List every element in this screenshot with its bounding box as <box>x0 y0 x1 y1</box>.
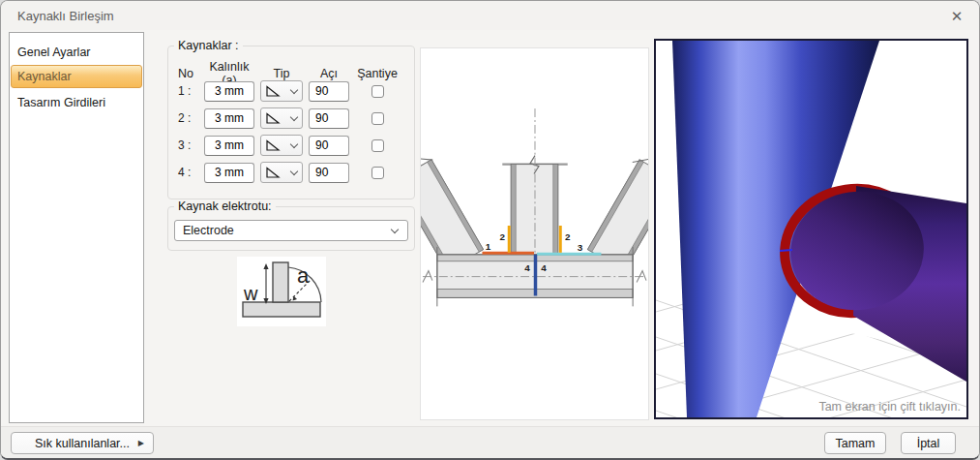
sidebar-item-kaynaklar[interactable]: Kaynaklar <box>11 65 142 88</box>
fillet-weld-icon <box>264 112 281 125</box>
angle-input-3[interactable] <box>309 136 349 156</box>
weld-row-2: 2 : <box>168 105 414 132</box>
chevron-down-icon <box>290 85 298 93</box>
row-label: 3 : <box>176 138 199 152</box>
welds-group-title: Kaynaklar : <box>174 39 243 52</box>
electrode-group: Kaynak elektrotu: Electrode <box>167 206 415 251</box>
row-label: 1 : <box>176 84 199 98</box>
welds-table-header: No Kalınlık (a) Tip Açı Şantiye <box>168 60 414 77</box>
sidebar-item-tasarim-girdileri[interactable]: Tasarım Girdileri <box>11 90 142 113</box>
chevron-down-icon <box>391 225 399 232</box>
fillet-weld-icon <box>264 139 281 152</box>
weld-type-dropdown-3[interactable] <box>260 135 303 156</box>
site-checkbox-2[interactable] <box>371 112 384 125</box>
w-label: w <box>243 283 258 304</box>
close-icon: ✕ <box>951 8 964 25</box>
fullscreen-hint: Tam ekran için çift tıklayın. <box>818 400 961 414</box>
welds-group: Kaynaklar : No Kalınlık (a) Tip Açı Şant… <box>167 46 415 199</box>
close-button[interactable]: ✕ <box>942 5 971 27</box>
electrode-combobox[interactable]: Electrode <box>174 220 408 241</box>
flyout-arrow-icon: ▶ <box>138 439 144 447</box>
chevron-down-icon <box>290 167 298 174</box>
weld-row-3: 3 : <box>168 132 414 159</box>
weld-label-4-left: 4 <box>524 262 530 273</box>
electrode-value: Electrode <box>183 224 234 237</box>
weld-label-3: 3 <box>578 242 583 253</box>
weld-type-dropdown-2[interactable] <box>260 107 303 129</box>
footer-bar: Sık kullanılanlar... ▶ Tamam İptal <box>1 426 979 458</box>
title-bar: Kaynaklı Birleşim ✕ <box>1 1 979 30</box>
angle-input-1[interactable] <box>309 81 349 102</box>
axis-marker <box>780 250 792 251</box>
settings-nav-sidebar: Genel Ayarlar Kaynaklar Tasarım Girdiler… <box>9 32 144 423</box>
column-no: No <box>176 67 199 80</box>
chevron-down-icon <box>290 139 298 147</box>
thickness-input-1[interactable] <box>204 81 254 102</box>
dialog-window: Kaynaklı Birleşim ✕ Genel Ayarlar Kaynak… <box>0 0 980 460</box>
cancel-button[interactable]: İptal <box>901 432 956 454</box>
angle-input-2[interactable] <box>309 108 349 129</box>
weld-type-dropdown-1[interactable] <box>260 80 303 102</box>
electrode-group-title: Kaynak elektrotu: <box>174 199 276 213</box>
fillet-weld-icon <box>264 167 281 179</box>
row-label: 4 : <box>176 166 199 179</box>
column-site: Şantiye <box>354 67 401 80</box>
row-label: 2 : <box>176 111 199 125</box>
connection-diagram: 1 2 2 3 4 4 <box>421 48 648 419</box>
weld-type-dropdown-4[interactable] <box>260 162 303 183</box>
a-label: a <box>297 263 310 288</box>
sidebar-item-genel-ayarlar[interactable]: Genel Ayarlar <box>11 40 142 63</box>
weld-row-1: 1 : <box>168 77 414 105</box>
fillet-weld-icon <box>264 85 281 98</box>
favorites-button[interactable]: Sık kullanılanlar... ▶ <box>11 432 154 454</box>
favorites-label: Sık kullanılanlar... <box>35 437 130 450</box>
thickness-input-4[interactable] <box>204 163 254 183</box>
chevron-down-icon <box>290 112 298 120</box>
site-checkbox-3[interactable] <box>371 139 384 152</box>
angle-input-4[interactable] <box>309 163 349 183</box>
ok-button[interactable]: Tamam <box>824 432 886 454</box>
connection-drawing-panel: 1 2 2 3 4 4 <box>420 47 649 420</box>
weld-label-4-right: 4 <box>541 262 547 273</box>
weld-label-2-left: 2 <box>500 231 506 242</box>
thickness-input-3[interactable] <box>204 136 254 156</box>
weld-label-2-right: 2 <box>565 231 571 242</box>
3d-viewport[interactable]: Tam ekran için çift tıklayın. <box>654 39 968 419</box>
site-checkbox-4[interactable] <box>371 167 384 179</box>
column-angle: Açı <box>308 67 350 80</box>
column-type: Tip <box>259 67 304 80</box>
3d-render <box>656 41 966 417</box>
site-checkbox-1[interactable] <box>371 85 384 98</box>
thickness-input-2[interactable] <box>204 108 254 129</box>
weld-label-1: 1 <box>486 241 491 252</box>
dialog-title: Kaynaklı Birleşim <box>17 9 114 23</box>
weld-row-4: 4 : <box>168 159 414 186</box>
weld-dimension-diagram: w a <box>237 257 326 326</box>
